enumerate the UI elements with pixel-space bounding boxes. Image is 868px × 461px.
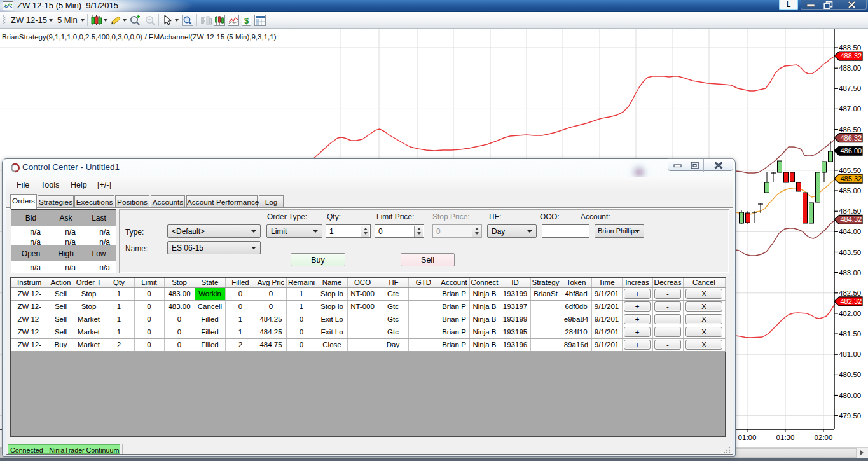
svg-text:482.50: 482.50 [839,289,861,297]
svg-text:488.50: 488.50 [839,44,861,52]
svg-text:01:00: 01:00 [738,434,757,441]
svg-text:485.32: 485.32 [841,175,862,182]
svg-text:483.50: 483.50 [839,249,861,256]
svg-text:485.50: 485.50 [839,167,861,174]
svg-text:480.00: 480.00 [839,392,861,399]
svg-text:487.00: 487.00 [839,105,861,113]
svg-text:479.50: 479.50 [839,412,861,420]
svg-text:486.00: 486.00 [841,147,862,155]
svg-text:484.32: 484.32 [841,216,862,223]
svg-text:488.00: 488.00 [839,64,861,72]
svg-text:487.50: 487.50 [839,85,861,92]
svg-text:482.32: 482.32 [841,298,862,305]
svg-text:486.50: 486.50 [839,126,861,134]
svg-text:02:00: 02:00 [815,434,833,441]
svg-text:484.00: 484.00 [839,228,861,235]
svg-text:480.50: 480.50 [839,371,861,378]
svg-text:483.00: 483.00 [839,269,861,277]
svg-text:488.32: 488.32 [841,52,862,60]
svg-text:485.00: 485.00 [839,187,861,195]
svg-text:481.00: 481.00 [839,350,861,358]
svg-text:$: $ [244,16,249,25]
svg-text:481.50: 481.50 [839,330,861,338]
svg-text:484.50: 484.50 [839,207,861,215]
svg-text:BrianStrategy(9,1,1,1,0,0,2.5,: BrianStrategy(9,1,1,1,0,0,2.5,400,0,3,0,… [2,33,277,41]
svg-text:486.32: 486.32 [841,134,862,142]
svg-text:01:30: 01:30 [776,434,795,441]
svg-text:482.00: 482.00 [839,310,861,317]
